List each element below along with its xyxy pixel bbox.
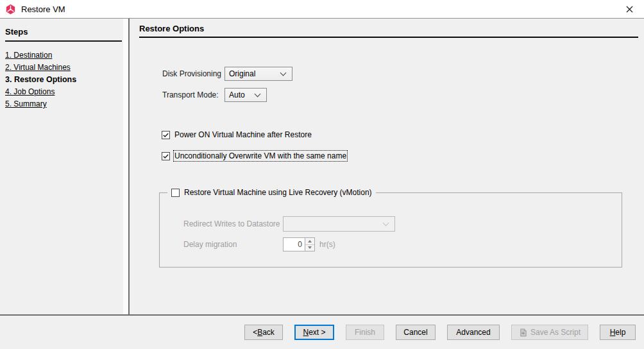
transport-mode-row: Transport Mode: Auto	[162, 88, 267, 102]
label-part: N	[303, 328, 309, 337]
delay-migration-label: Delay migration	[183, 240, 283, 249]
label-part: B	[257, 328, 262, 337]
restore-vm-dialog: Restore VM Steps 1. Destination 2. Virtu…	[0, 0, 644, 349]
delay-migration-unit: hr(s)	[319, 240, 335, 249]
label-part: Finish	[355, 328, 375, 337]
label-part: Save As Script	[530, 328, 580, 337]
sidebar-item-summary[interactable]: 5. Summary	[5, 98, 128, 110]
page-title: Restore Options	[139, 24, 638, 38]
disk-provisioning-row: Disk Provisioning Original	[162, 67, 292, 81]
live-recovery-checkbox[interactable]	[171, 189, 180, 197]
label-part: ack	[262, 328, 275, 337]
cancel-button[interactable]: Cancel	[396, 325, 436, 340]
redirect-writes-select	[283, 216, 395, 232]
overwrite-label[interactable]: Unconditionally Overwrite VM with the sa…	[174, 151, 346, 160]
power-on-label[interactable]: Power ON Virtual Machine after Restore	[174, 130, 312, 139]
sidebar-item-job-options[interactable]: 4. Job Options	[5, 86, 128, 98]
delay-migration-value: 0	[284, 238, 305, 251]
help-button[interactable]: Help	[600, 325, 636, 340]
label-part: ext >	[309, 328, 325, 337]
transport-mode-label: Transport Mode:	[162, 90, 225, 99]
dialog-body: Steps 1. Destination 2. Virtual Machines…	[0, 19, 644, 314]
steps-sidebar: Steps 1. Destination 2. Virtual Machines…	[0, 19, 130, 314]
next-button[interactable]: Next >	[294, 325, 334, 340]
disk-provisioning-value: Original	[229, 69, 278, 78]
close-icon	[626, 6, 633, 13]
chevron-down-icon	[383, 220, 389, 226]
triangle-down-icon	[308, 246, 312, 249]
redirect-writes-label: Redirect Writes to Datastore	[183, 219, 283, 228]
sidebar-item-virtual-machines[interactable]: 2. Virtual Machines	[5, 62, 128, 74]
spinner-buttons	[305, 238, 314, 251]
spin-down-button	[305, 245, 314, 251]
triangle-up-icon	[308, 240, 312, 243]
back-button[interactable]: < Back	[244, 325, 283, 340]
spin-up-button	[305, 238, 314, 245]
live-recovery-group: Restore Virtual Machine using Live Recov…	[159, 192, 622, 268]
restore-vm-app-icon	[5, 4, 16, 15]
check-icon	[162, 153, 169, 160]
script-icon	[519, 328, 527, 337]
disk-provisioning-select[interactable]: Original	[225, 67, 292, 81]
advanced-button[interactable]: Advanced	[447, 325, 500, 340]
check-icon	[162, 132, 169, 139]
close-button[interactable]	[615, 0, 644, 18]
sidebar-item-restore-options: 3. Restore Options	[5, 74, 128, 86]
label-part: Advanced	[456, 328, 490, 337]
delay-migration-row: Delay migration 0 hr(s)	[183, 237, 335, 251]
window-title: Restore VM	[21, 4, 65, 14]
power-on-checkbox[interactable]	[162, 131, 170, 139]
footer-button-bar: < Back Next > Finish Cancel Advanced Sav…	[0, 314, 644, 349]
finish-button: Finish	[346, 325, 384, 340]
sidebar-item-destination[interactable]: 1. Destination	[5, 49, 128, 62]
redirect-writes-row: Redirect Writes to Datastore	[183, 216, 395, 232]
overwrite-row: Unconditionally Overwrite VM with the sa…	[162, 151, 346, 160]
live-recovery-legend: Restore Virtual Machine using Live Recov…	[167, 188, 376, 197]
transport-mode-value: Auto	[229, 90, 253, 99]
label-part: elp	[615, 328, 625, 337]
transport-mode-select[interactable]: Auto	[225, 88, 267, 102]
disk-provisioning-label: Disk Provisioning	[162, 69, 225, 78]
overwrite-checkbox[interactable]	[162, 152, 170, 160]
label-part: <	[253, 328, 257, 337]
delay-migration-spinner: 0	[283, 237, 315, 251]
title-bar: Restore VM	[0, 0, 644, 19]
label-part: H	[610, 328, 616, 337]
live-recovery-label[interactable]: Restore Virtual Machine using Live Recov…	[184, 188, 372, 197]
restore-options-panel: Restore Options Disk Provisioning Origin…	[130, 19, 644, 314]
chevron-down-icon	[255, 91, 261, 98]
steps-heading: Steps	[5, 27, 122, 42]
label-part: Cancel	[403, 328, 427, 337]
power-on-row: Power ON Virtual Machine after Restore	[162, 130, 312, 139]
chevron-down-icon	[280, 70, 287, 76]
save-as-script-button: Save As Script	[511, 325, 588, 340]
steps-list: 1. Destination 2. Virtual Machines 3. Re…	[5, 49, 128, 110]
